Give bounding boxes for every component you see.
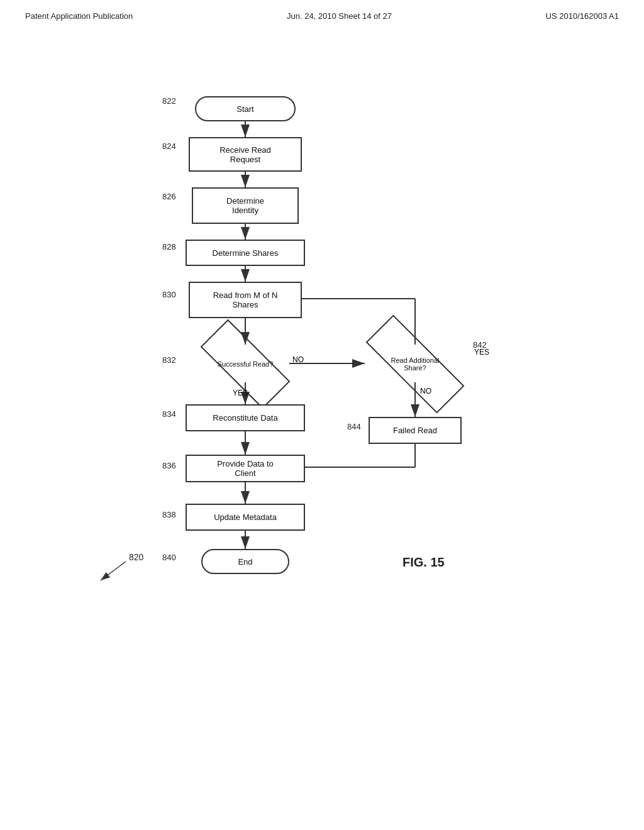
diagram-container: Start 822 Receive Read Request 824 Deter…: [0, 27, 644, 794]
label-822: 822: [162, 96, 176, 106]
determine-shares-label: Determine Shares: [213, 248, 279, 258]
label-832: 832: [162, 355, 176, 365]
header-right: US 2010/162003 A1: [546, 11, 619, 21]
yes-label-2: YES: [474, 348, 489, 357]
diagram-820-arrow: 820: [75, 543, 164, 593]
provide-data-label: Provide Data to Client: [217, 459, 274, 478]
node-provide-data: Provide Data to Client: [186, 455, 305, 482]
node-failed-read: Failed Read: [369, 417, 462, 444]
figure-label: FIG. 15: [402, 555, 445, 570]
node-receive-read: Receive Read Request: [189, 137, 302, 172]
end-label: End: [238, 557, 252, 567]
label-828: 828: [162, 242, 176, 252]
no-label-2: NO: [420, 387, 431, 396]
read-additional-label: Read AdditionalShare?: [366, 346, 464, 382]
node-reconstitute: Reconstitute Data: [186, 404, 305, 431]
node-determine-shares: Determine Shares: [186, 240, 305, 266]
label-824: 824: [162, 141, 176, 151]
label-826: 826: [162, 192, 176, 201]
label-840: 840: [162, 553, 176, 562]
node-read-from: Read from M of N Shares: [189, 282, 302, 318]
header-center: Jun. 24, 2010 Sheet 14 of 27: [287, 11, 392, 21]
reconstitute-label: Reconstitute Data: [213, 413, 277, 423]
start-label: Start: [236, 104, 253, 114]
yes-label-1: YES: [233, 389, 248, 397]
label-834: 834: [162, 409, 176, 419]
node-read-additional: Read AdditionalShare?: [366, 315, 465, 414]
update-metadata-label: Update Metadata: [214, 512, 277, 522]
svg-line-17: [101, 562, 126, 580]
determine-identity-label: Determine Identity: [226, 196, 264, 215]
node-update-metadata: Update Metadata: [186, 504, 305, 531]
label-838: 838: [162, 510, 176, 519]
svg-text:820: 820: [129, 552, 144, 562]
node-end: End: [201, 549, 289, 574]
receive-read-label: Receive Read Request: [219, 145, 271, 164]
failed-read-label: Failed Read: [393, 426, 437, 435]
label-836: 836: [162, 461, 176, 470]
flowchart-arrows: [0, 27, 644, 794]
node-determine-identity: Determine Identity: [192, 187, 299, 224]
label-830: 830: [162, 290, 176, 299]
node-start: Start: [195, 96, 296, 121]
page-header: Patent Application Publication Jun. 24, …: [0, 0, 644, 27]
no-label-1: NO: [292, 355, 304, 364]
successful-read-label: Successful Read?: [203, 346, 288, 382]
label-844: 844: [347, 422, 361, 431]
header-left: Patent Application Publication: [25, 11, 133, 21]
read-from-label: Read from M of N Shares: [213, 290, 278, 309]
